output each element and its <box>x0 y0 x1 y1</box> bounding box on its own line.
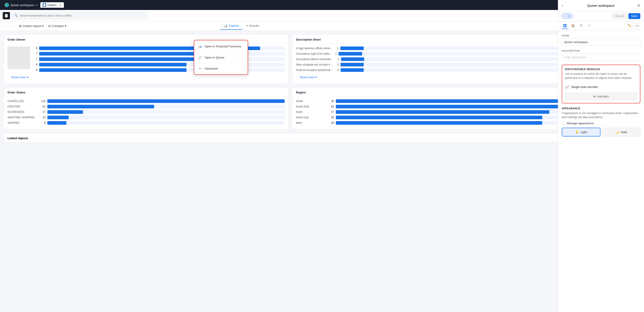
sidebar-tab-home[interactable]: 🏠 <box>570 23 576 29</box>
name-input[interactable] <box>562 38 640 46</box>
main-layout: Order Owner 9 7 <box>0 31 644 312</box>
sidebar-content: NAME DESCRIPTION DISCOVERABLE MODULES Li… <box>558 31 644 312</box>
open-in-dropdown: 📊 Open in Financial Forensics 📈 Open in … <box>194 40 248 75</box>
description-short-card: Description Short A fugit delectus offic… <box>292 35 577 84</box>
search-bar[interactable]: 🔍 <box>12 12 148 20</box>
desc-bar-1: A fugit delectus officiis reicie... 1 <box>296 47 573 50</box>
module-label-1: Single Aisle Aircrafts <box>571 85 598 89</box>
layout-button[interactable]: ⊞ Custom layout ▾ <box>17 23 46 29</box>
region-bar-north: North 27 <box>296 110 573 114</box>
quiver-icon: 📈 <box>198 55 202 60</box>
module-item-1: 📈 Single Aisle Aircrafts <box>565 83 637 91</box>
status-bar-awaiting: AWAITING SHIPPING 10 <box>8 116 284 119</box>
region-bar-south: South 30 <box>296 99 573 103</box>
sidebar-save-button[interactable]: Save <box>628 13 640 19</box>
right-sidebar: ‹ Quiver workspace ✕ ✓ v1 Discard Save 🏠… <box>558 0 644 312</box>
description-show-more[interactable]: Show more ▾ <box>296 74 573 81</box>
add-item-button[interactable]: ⊕ Add item <box>565 93 637 100</box>
discoverable-modules-box: DISCOVERABLE MODULES List of modules for… <box>562 65 640 103</box>
explore-chart-icon: 📊 <box>224 24 228 28</box>
dropdown-open-quiver[interactable]: 📈 Open in Quiver <box>194 53 248 62</box>
nav-tab-close[interactable]: ✕ <box>59 3 62 7</box>
sidebar-back-button[interactable]: ‹ <box>562 3 563 8</box>
order-owner-chart-placeholder <box>8 47 30 69</box>
desc-bar-5: Amet et excepturi perferendi... 1 <box>296 68 573 72</box>
status-bar-cancelled: CANCELLED 114 <box>8 99 284 103</box>
tab-explore[interactable]: 📊 Explore <box>220 22 242 30</box>
sidebar-tab-properties[interactable] <box>562 23 568 29</box>
sidebar-version-row: ✓ v1 Discard Save <box>558 11 644 21</box>
nav-logo-label: Quiver workspace <box>10 4 34 7</box>
nav-tab-orders[interactable]: 📋 Orders ✕ <box>40 2 64 8</box>
light-bulb-icon: 💡 <box>575 130 579 134</box>
version-badge[interactable]: ✓ v1 <box>562 14 573 19</box>
advanced-arrow-icon: › <box>243 67 244 70</box>
region-card: Region South 30 South East 29 North 27 <box>292 87 577 129</box>
sidebar-tab-shield[interactable]: 🛡 <box>586 23 592 29</box>
compare-icon: ⊟ <box>48 24 51 28</box>
light-theme-button[interactable]: 💡 Light <box>562 128 600 137</box>
nav-tab-orders-label: Orders <box>48 4 57 7</box>
name-field-group: NAME <box>562 34 640 46</box>
description-short-title: Description Short <box>292 35 577 44</box>
desc-bar-2: Accusamus fugit sit et nobis. 1 <box>296 52 573 56</box>
order-status-card: Order Status CANCELLED 114 CREATED 51 SU… <box>4 87 288 129</box>
desc-bar-4: Alias voluptate est corrupti e... 1 <box>296 63 573 67</box>
linked-objects-title: Linked objects <box>4 133 577 142</box>
moon-icon: 🌙 <box>616 130 619 134</box>
region-bar-northeast: North East 26 <box>296 116 573 119</box>
description-label: DESCRIPTION <box>562 50 640 52</box>
sidebar-action-row: ✏️ </> <box>626 23 640 29</box>
sidebar-edit-icon[interactable]: ✏️ <box>626 23 633 29</box>
desc-bar-3: Accusamus labore reiciendis... 1 <box>296 57 573 61</box>
dark-theme-button[interactable]: 🌙 Dark <box>602 128 640 137</box>
region-bar-west: West 26 <box>296 121 573 125</box>
order-status-title: Order Status <box>4 88 288 97</box>
main-tabs: 📊 Explore ≡ Results <box>220 22 263 30</box>
sidebar-close-button[interactable]: ✕ <box>637 3 640 8</box>
discard-button[interactable]: Discard <box>612 13 627 19</box>
order-status-body: CANCELLED 114 CREATED 51 SUSPENDED 17 <box>4 97 288 129</box>
forward-button[interactable]: → <box>10 23 16 29</box>
description-input[interactable] <box>562 54 640 61</box>
compare-button[interactable]: ⊟ Compare ▾ <box>46 23 68 29</box>
tab-results[interactable]: ≡ Results <box>242 22 263 30</box>
appearance-desc: If appearance is not managed on workspac… <box>562 111 640 119</box>
search-input[interactable] <box>20 14 145 17</box>
secondary-toolbar: ← → ⊞ Custom layout ▾ ⊟ Compare ▾ 📊 Expl… <box>0 21 644 31</box>
main-toolbar: 📋 🔍 ❓ 👁 Monitor 👤 Share Save <box>0 10 644 21</box>
region-bar-southeast: South East 29 <box>296 105 573 108</box>
region-title: Region <box>292 88 577 97</box>
nav-logo[interactable]: Quiver workspace ⊕ <box>3 2 40 8</box>
sidebar-header: ‹ Quiver workspace ✕ <box>558 0 644 11</box>
linked-objects-card: Linked objects <box>4 133 577 142</box>
sidebar-tab-menu[interactable]: ☰ <box>578 23 584 29</box>
orders-tab-icon: 📋 <box>42 3 46 7</box>
back-button[interactable]: ← <box>3 23 9 29</box>
manage-appearance-checkbox[interactable] <box>562 122 565 125</box>
sidebar-code-icon[interactable]: </> <box>634 23 640 29</box>
svg-rect-2 <box>563 26 565 27</box>
status-bar-shipped: SHIPPED 9 <box>8 121 284 125</box>
dropdown-divider-2 <box>194 63 248 63</box>
dropdown-divider-1 <box>194 52 248 52</box>
top-nav: Quiver workspace ⊕ 📋 Orders ✕ ? 🔔 👤 <box>0 0 644 10</box>
charts-grid: Order Owner 9 7 <box>4 35 577 129</box>
results-list-icon: ≡ <box>246 24 248 28</box>
svg-rect-0 <box>563 24 565 26</box>
sidebar-version-actions: Discard Save <box>612 13 640 19</box>
svg-rect-3 <box>565 26 566 27</box>
module-chart-icon: 📈 <box>565 85 570 89</box>
layout-chevron-icon: ▾ <box>42 24 44 28</box>
discoverable-desc: List of modules for which the Open In ac… <box>565 72 637 80</box>
dropdown-open-financial-forensics[interactable]: 📊 Open in Financial Forensics <box>194 42 248 51</box>
show-more-chevron-icon: ▾ <box>27 76 28 79</box>
add-item-plus-icon: ⊕ <box>593 95 596 98</box>
desc-show-more-chevron-icon: ▾ <box>316 76 317 79</box>
manage-appearance-row: Manage appearance <box>562 122 640 125</box>
dropdown-advanced[interactable]: ••• Advanced › <box>194 64 248 73</box>
search-icon: 🔍 <box>14 14 18 17</box>
left-panel: Order Owner 9 7 <box>0 31 580 312</box>
svg-rect-1 <box>565 24 566 26</box>
app-icon: 📋 <box>3 12 10 19</box>
